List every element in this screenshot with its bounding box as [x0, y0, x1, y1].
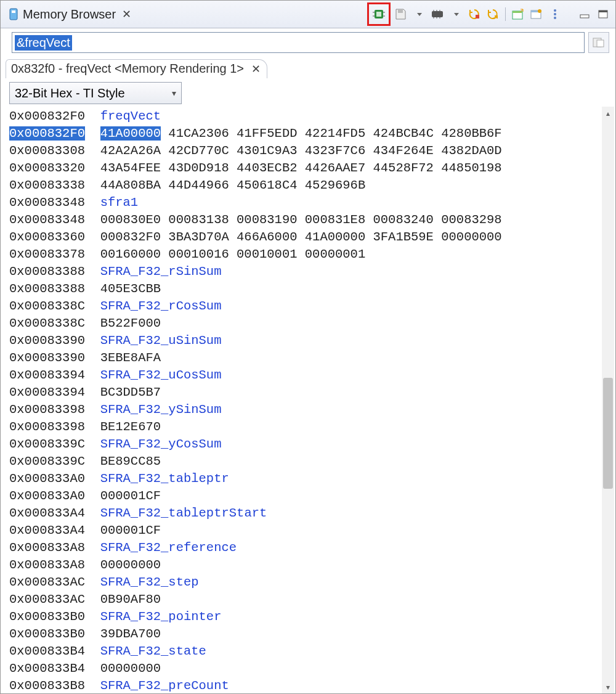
memory-view: 0x000832F0 freqVect 0x000832F0 41A00000 … — [1, 107, 615, 694]
rendering-tab-label: 0x832f0 - freqVect <Memory Rendering 1> — [11, 62, 244, 76]
view-title: Memory Browser — [23, 7, 116, 22]
save-memory-button[interactable] — [392, 6, 409, 23]
memory-icon — [8, 8, 19, 20]
chip2-dropdown[interactable] — [447, 6, 464, 23]
rendering-tab[interactable]: 0x832f0 - freqVect <Memory Rendering 1> … — [6, 59, 267, 78]
maximize-icon[interactable] — [594, 6, 612, 23]
chevron-down-icon: ▾ — [172, 88, 176, 98]
minimize-icon[interactable] — [576, 6, 593, 23]
svg-rect-22 — [580, 15, 589, 18]
close-icon[interactable]: ✕ — [122, 7, 131, 21]
svg-rect-24 — [599, 10, 607, 12]
load-program-highlight — [367, 2, 391, 26]
toolbar-separator — [505, 7, 506, 21]
svg-rect-3 — [376, 12, 381, 17]
view-tab[interactable]: Memory Browser ✕ — [4, 5, 135, 24]
close-icon[interactable]: ✕ — [251, 62, 261, 76]
chip-icon[interactable] — [370, 6, 387, 23]
address-input[interactable]: &freqVect — [12, 32, 585, 53]
refresh-icon[interactable] — [484, 6, 501, 23]
svg-rect-1 — [12, 10, 15, 13]
chip2-icon[interactable] — [429, 6, 446, 23]
new-tab-icon[interactable] — [509, 6, 527, 23]
svg-rect-9 — [432, 11, 443, 17]
svg-rect-8 — [398, 10, 403, 13]
titlebar: Memory Browser ✕ — [1, 1, 615, 28]
save-memory-dropdown[interactable] — [410, 6, 428, 23]
format-row: 32-Bit Hex - TI Style ▾ — [1, 78, 615, 107]
address-row: &freqVect — [1, 28, 615, 57]
scroll-down-icon[interactable]: ▾ — [602, 680, 614, 694]
svg-rect-0 — [10, 9, 17, 20]
refresh-stop-icon[interactable] — [466, 6, 483, 23]
vertical-scrollbar[interactable]: ▴ ▾ — [602, 107, 614, 694]
svg-rect-26 — [597, 40, 604, 47]
scroll-up-icon[interactable]: ▴ — [602, 107, 614, 120]
scroll-thumb[interactable] — [603, 378, 613, 489]
svg-point-21 — [538, 9, 541, 13]
subtab-row: 0x832f0 - freqVect <Memory Rendering 1> … — [1, 57, 615, 78]
format-value: 32-Bit Hex - TI Style — [15, 86, 125, 100]
go-button[interactable] — [588, 32, 609, 53]
more-icon[interactable] — [546, 6, 564, 23]
address-value: &freqVect — [15, 35, 72, 51]
memory-content[interactable]: 0x000832F0 freqVect 0x000832F0 41A00000 … — [1, 107, 615, 694]
pin-icon[interactable] — [528, 6, 545, 23]
format-select[interactable]: 32-Bit Hex - TI Style ▾ — [9, 82, 182, 104]
svg-rect-16 — [476, 15, 479, 18]
